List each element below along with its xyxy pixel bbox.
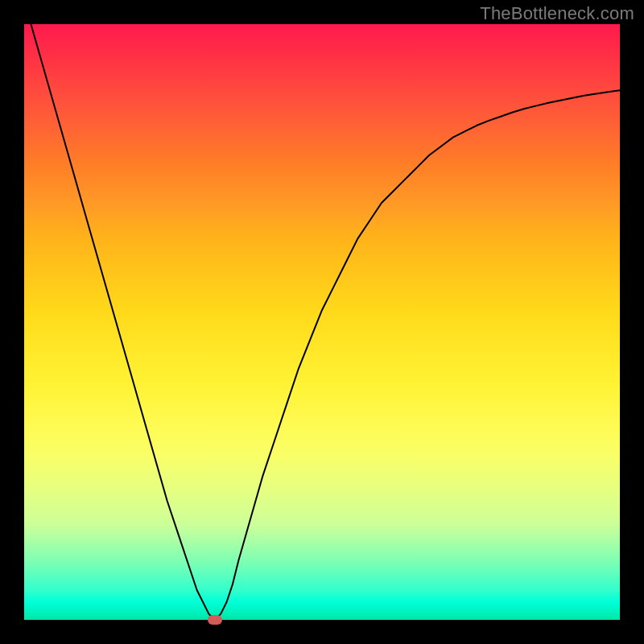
minimum-marker	[208, 615, 222, 625]
chart-frame: TheBottleneck.com	[0, 0, 644, 644]
plot-area	[24, 24, 620, 620]
watermark-text: TheBottleneck.com	[480, 3, 634, 24]
curve-layer	[24, 24, 620, 620]
bottleneck-curve	[24, 24, 620, 620]
